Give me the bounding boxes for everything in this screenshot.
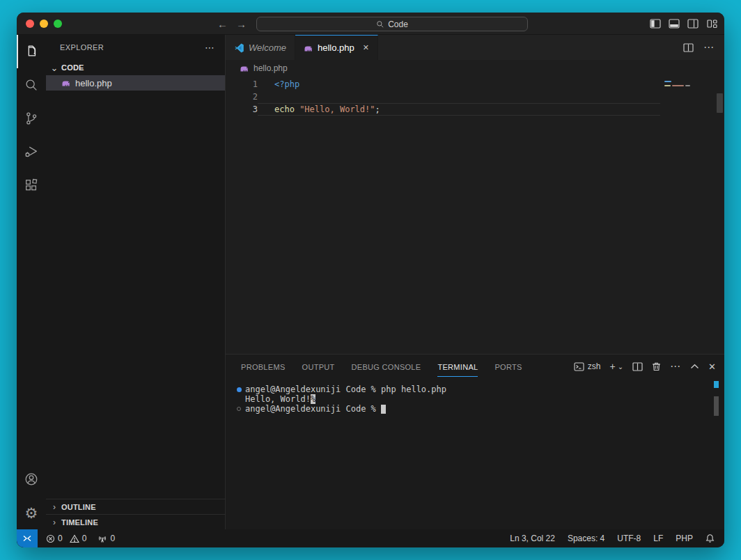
new-terminal-button[interactable]: + ⌄ — [610, 361, 624, 372]
code-line-2: 2 — [226, 91, 724, 103]
outline-section-label: OUTLINE — [61, 503, 96, 511]
explorer-sidebar: EXPLORER ⋯ ⌄ CODE hello.php › OUTLINE › — [46, 35, 226, 529]
outline-section-header[interactable]: › OUTLINE — [46, 499, 225, 514]
close-panel-icon[interactable]: ✕ — [708, 361, 716, 372]
close-tab-icon[interactable]: ✕ — [363, 43, 369, 52]
bottom-panel: PROBLEMS OUTPUT DEBUG CONSOLE TERMINAL P… — [226, 354, 724, 529]
php-file-icon — [61, 79, 71, 87]
ports-status[interactable]: 0 — [98, 534, 115, 543]
eol-status[interactable]: LF — [653, 534, 663, 543]
terminal-icon — [574, 362, 584, 371]
editor-scrollbar[interactable] — [717, 93, 723, 113]
tab-welcome[interactable]: Welcome — [226, 35, 295, 60]
back-arrow-icon[interactable]: ← — [217, 18, 228, 30]
editor-tab-bar: Welcome hello.php ✕ ⋯ — [226, 35, 724, 60]
run-and-debug-icon[interactable] — [17, 135, 46, 169]
ports-count: 0 — [110, 534, 115, 543]
terminal-text: angel@Angeldexuniji Code % php hello.php — [245, 384, 446, 394]
terminal-scrollbar[interactable] — [714, 396, 719, 416]
panel-tab-output[interactable]: OUTPUT — [302, 357, 335, 377]
shell-label: zsh — [588, 361, 601, 371]
chevron-right-icon: › — [50, 518, 58, 527]
terminal-text: angel@Angeldexuniji Code % — [245, 404, 381, 414]
language-mode-status[interactable]: PHP — [676, 534, 693, 543]
accounts-icon[interactable] — [17, 462, 46, 496]
code-token: echo — [274, 104, 295, 114]
breadcrumb[interactable]: hello.php — [226, 60, 724, 77]
split-editor-icon[interactable] — [683, 43, 694, 52]
file-row-hello-php[interactable]: hello.php — [46, 75, 225, 91]
maximize-panel-icon[interactable] — [690, 364, 699, 369]
encoding-status[interactable]: UTF-8 — [617, 534, 641, 543]
tab-hello-php[interactable]: hello.php ✕ — [295, 35, 378, 60]
kill-terminal-trash-icon[interactable] — [652, 361, 661, 371]
toggle-secondary-sidebar-icon[interactable] — [687, 18, 699, 29]
chevron-right-icon: › — [50, 502, 58, 512]
errors-icon — [46, 534, 55, 543]
warnings-count: 0 — [82, 534, 87, 543]
terminal-line: angel@Angeldexuniji Code % — [233, 404, 724, 414]
code-token: <?php — [274, 79, 299, 89]
cursor-position-status[interactable]: Ln 3, Col 22 — [510, 534, 555, 543]
minimize-window-button[interactable] — [40, 20, 48, 28]
code-token: ; — [375, 104, 380, 114]
split-terminal-icon[interactable] — [632, 362, 643, 371]
explorer-more-actions-icon[interactable]: ⋯ — [205, 42, 215, 53]
timeline-section-label: TIMELINE — [61, 518, 98, 527]
command-center-label: Code — [388, 20, 408, 29]
customize-layout-icon[interactable] — [706, 18, 717, 29]
sidebar-title: EXPLORER — [60, 43, 104, 52]
tab-welcome-label: Welcome — [249, 42, 286, 53]
command-success-dot — [237, 387, 242, 392]
code-line-1: 1 <?php — [226, 78, 724, 91]
terminal-text: Hello, World! — [245, 394, 311, 404]
problems-status[interactable]: 0 0 — [46, 534, 86, 543]
terminal-shell-selector[interactable]: zsh — [574, 361, 601, 371]
explorer-icon[interactable] — [17, 35, 46, 68]
status-bar: 0 0 0 Ln 3, Col 22 Spaces: 4 UT — [17, 529, 724, 547]
forward-arrow-icon[interactable]: → — [236, 18, 247, 30]
terminal-line: angel@Angeldexuniji Code % php hello.php — [233, 384, 724, 394]
remote-icon — [22, 534, 32, 543]
line-number: 2 — [226, 91, 258, 103]
line-number: 1 — [226, 78, 258, 91]
source-control-icon[interactable] — [17, 102, 46, 135]
workspace-folder-label: CODE — [61, 63, 84, 72]
terminal-output[interactable]: angel@Angeldexuniji Code % php hello.php… — [226, 378, 724, 529]
ports-radio-tower-icon — [98, 534, 107, 543]
remote-indicator[interactable] — [17, 529, 38, 547]
panel-tab-terminal[interactable]: TERMINAL — [437, 357, 478, 377]
terminal-cursor — [381, 405, 386, 414]
breadcrumb-file-label: hello.php — [254, 63, 288, 73]
chevron-down-icon: ⌄ — [50, 63, 58, 73]
editor-more-actions-icon[interactable]: ⋯ — [703, 41, 715, 54]
panel-more-actions-icon[interactable]: ⋯ — [670, 360, 681, 373]
errors-count: 0 — [58, 534, 63, 543]
indentation-status[interactable]: Spaces: 4 — [568, 534, 604, 543]
title-bar: ← → Code — [17, 13, 724, 35]
plus-icon: + — [610, 361, 616, 372]
workspace-folder-row[interactable]: ⌄ CODE — [46, 60, 225, 75]
tab-hello-php-label: hello.php — [318, 42, 354, 53]
terminal-line: Hello, World!% — [233, 394, 724, 404]
activity-bar: ⚙ — [17, 35, 46, 529]
zoom-window-button[interactable] — [54, 20, 62, 28]
command-center-search[interactable]: Code — [256, 17, 528, 31]
chevron-down-icon: ⌄ — [618, 363, 623, 371]
close-window-button[interactable] — [26, 20, 34, 28]
vscode-logo-icon — [234, 42, 244, 53]
no-newline-marker: % — [311, 394, 315, 404]
notifications-bell-icon[interactable] — [705, 534, 715, 543]
timeline-section-header[interactable]: › TIMELINE — [46, 514, 225, 529]
extensions-icon[interactable] — [17, 169, 46, 202]
code-editor[interactable]: 1 <?php 2 3 echo "Hello, World!"; — [226, 77, 724, 354]
search-view-icon[interactable] — [17, 68, 46, 102]
panel-tab-ports[interactable]: PORTS — [494, 357, 522, 377]
panel-tab-debug-console[interactable]: DEBUG CONSOLE — [352, 357, 421, 377]
toggle-panel-icon[interactable] — [669, 18, 680, 29]
terminal-overview-decoration — [714, 381, 719, 388]
settings-gear-icon[interactable]: ⚙ — [17, 496, 46, 529]
panel-tab-problems[interactable]: PROBLEMS — [241, 357, 286, 377]
toggle-primary-sidebar-icon[interactable] — [650, 18, 661, 29]
minimap[interactable] — [664, 81, 713, 89]
